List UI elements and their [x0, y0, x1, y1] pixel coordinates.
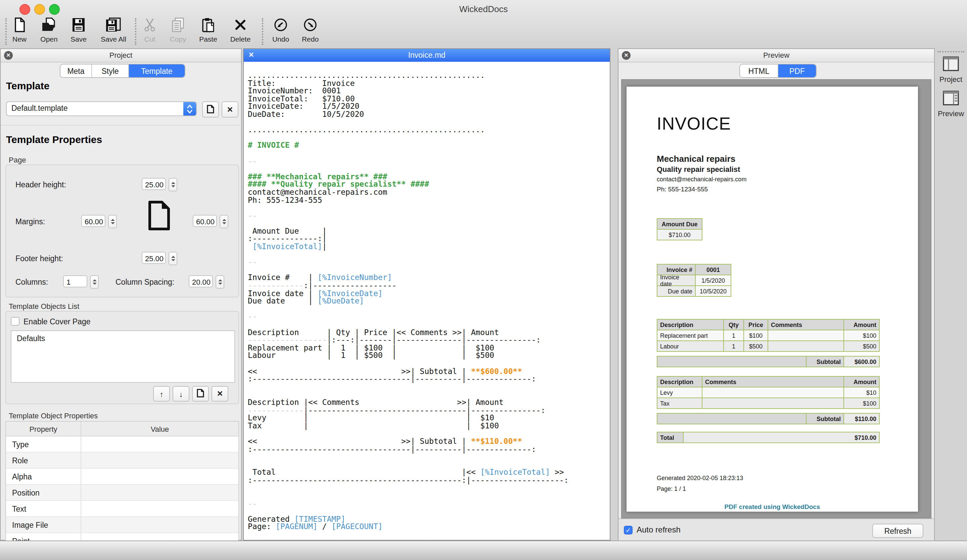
- header-height-stepper[interactable]: [168, 178, 177, 191]
- enable-cover-page-checkbox[interactable]: [11, 317, 20, 326]
- markdown-editor[interactable]: ........................................…: [244, 62, 610, 540]
- workspace: ✕ Project Meta Style Template Template D…: [0, 48, 967, 540]
- save-button[interactable]: Save: [64, 17, 93, 46]
- pdf-viewer[interactable]: INVOICE Mechanical repairs Quality repai…: [621, 79, 931, 518]
- property-name: Type: [6, 436, 81, 453]
- check-icon: ✓: [625, 526, 631, 534]
- open-button[interactable]: Open: [34, 17, 64, 46]
- editor-line: Description |<< Comments >>| Amount: [248, 397, 610, 405]
- property-row[interactable]: Position: [6, 485, 238, 501]
- table-cell: Qty: [724, 320, 743, 330]
- tab-meta[interactable]: Meta: [61, 64, 92, 77]
- delete-object-button[interactable]: ✕: [211, 386, 228, 402]
- delete-template-button[interactable]: ✕: [222, 101, 238, 117]
- new-button[interactable]: New: [5, 17, 34, 46]
- property-row[interactable]: Type: [6, 436, 238, 453]
- footer-height-field[interactable]: 25.00: [142, 252, 166, 264]
- move-object-down-button[interactable]: ↓: [173, 386, 190, 402]
- page-document-icon: [147, 200, 171, 234]
- object-properties-table: Property Value TypeRoleAlphaPositionText…: [5, 421, 239, 542]
- move-object-up-button[interactable]: ↑: [153, 386, 170, 402]
- table-cell: Comments: [768, 320, 843, 330]
- delete-button[interactable]: Delete: [226, 17, 255, 46]
- margin-right-stepper[interactable]: [219, 215, 228, 228]
- editor-line: Total |<< [%InvoiceTotal] >>: [248, 468, 610, 475]
- editor-line: [248, 390, 610, 397]
- editor-line: ------------|---------------------------…: [248, 405, 610, 413]
- down-arrow-icon: ↓: [179, 390, 183, 398]
- property-value[interactable]: [81, 501, 238, 517]
- table-cell: Comments: [702, 377, 843, 387]
- editor-line: Generated [TIMESTAMP]: [248, 514, 610, 522]
- margin-left-field[interactable]: 60.00: [81, 215, 106, 227]
- editor-line: [248, 460, 610, 467]
- columns-field[interactable]: 1: [63, 275, 87, 287]
- enable-cover-page-label: Enable Cover Page: [23, 318, 90, 326]
- property-value[interactable]: [81, 469, 238, 485]
- template-properties-heading: Template Properties: [6, 133, 102, 145]
- editor-line: InvoiceNumber: 0001: [248, 86, 610, 94]
- refresh-button[interactable]: Refresh: [872, 524, 923, 538]
- editor-line: --: [248, 257, 610, 265]
- table-cell: 10/5/2020: [696, 286, 731, 296]
- tab-pdf[interactable]: PDF: [778, 64, 816, 77]
- editor-tab-header[interactable]: ✕ Invoice.md: [244, 49, 610, 63]
- property-row[interactable]: Alpha: [6, 469, 238, 485]
- property-name: Image File: [6, 517, 81, 533]
- editor-line: InvoiceDate: 1/5/2020: [248, 102, 610, 109]
- undo-button[interactable]: Undo: [266, 17, 295, 46]
- property-row[interactable]: Image File: [6, 517, 238, 533]
- footer-height-stepper[interactable]: [168, 252, 177, 265]
- save-all-button[interactable]: Save All: [95, 17, 132, 46]
- table-cell: $10: [844, 387, 879, 397]
- table-cell: Labour: [657, 341, 723, 351]
- toggle-preview-panel-button[interactable]: Preview: [935, 91, 967, 117]
- subtotal-spacer: [657, 357, 806, 367]
- editor-line: DueDate: 10/5/2020: [248, 109, 610, 117]
- column-spacing-field[interactable]: 20.00: [189, 275, 213, 287]
- editor-line: Page: [PAGENUM] / [PAGECOUNT]: [248, 522, 610, 530]
- margin-right-field[interactable]: 60.00: [193, 215, 217, 227]
- property-value[interactable]: [81, 485, 238, 501]
- tab-html[interactable]: HTML: [740, 64, 778, 77]
- editor-line: [248, 320, 610, 327]
- auto-refresh-label: Auto refresh: [637, 525, 681, 534]
- editor-line: ### **Mechanical repairs** ###: [248, 171, 610, 179]
- object-properties-rows: TypeRoleAlphaPositionTextImage FilePaint: [6, 436, 238, 542]
- property-value[interactable]: [81, 436, 238, 453]
- fees-subtotal-bar: Subtotal $110.00: [657, 413, 880, 424]
- window-title: WickedDocs: [0, 4, 967, 14]
- columns-stepper[interactable]: [90, 275, 99, 289]
- tab-style[interactable]: Style: [92, 64, 129, 77]
- column-spacing-stepper[interactable]: [216, 275, 224, 289]
- table-cell: $500: [744, 341, 767, 351]
- cut-button: Cut: [136, 17, 163, 46]
- table-cell: Amount: [844, 377, 879, 387]
- table-cell: 0001: [696, 265, 731, 275]
- paste-button[interactable]: Paste: [193, 17, 223, 46]
- invoice-fees-table: DescriptionCommentsAmountLevy$10Tax$100: [657, 376, 880, 409]
- wickeddocs-window: WickedDocs New Open Save Save All: [0, 0, 967, 560]
- property-row[interactable]: Role: [6, 453, 238, 469]
- property-value[interactable]: [81, 453, 238, 469]
- toggle-project-panel-button[interactable]: Project: [935, 56, 967, 83]
- property-value[interactable]: [81, 517, 238, 533]
- margin-left-stepper[interactable]: [108, 215, 117, 228]
- new-template-button[interactable]: [202, 101, 219, 117]
- auto-refresh-checkbox[interactable]: ✓: [624, 526, 632, 534]
- new-object-button[interactable]: [192, 386, 209, 402]
- column-header-property: Property: [6, 422, 81, 436]
- table-cell: [702, 398, 843, 408]
- list-item[interactable]: Defaults: [12, 331, 234, 343]
- template-select[interactable]: Default.template: [6, 101, 197, 116]
- header-height-field[interactable]: 25.00: [142, 178, 166, 190]
- open-folder-icon: [34, 17, 64, 33]
- table-cell: [768, 330, 843, 341]
- editor-line: Levy | | $10: [248, 413, 610, 421]
- property-row[interactable]: Text: [6, 501, 238, 517]
- editor-line: << >>| Subtotal | **$600.00**: [248, 366, 610, 374]
- tab-template[interactable]: Template: [129, 64, 185, 77]
- template-objects-list[interactable]: Defaults: [11, 330, 235, 383]
- redo-button[interactable]: Redo: [295, 17, 325, 46]
- object-properties-label: Template Object Properties: [9, 412, 98, 420]
